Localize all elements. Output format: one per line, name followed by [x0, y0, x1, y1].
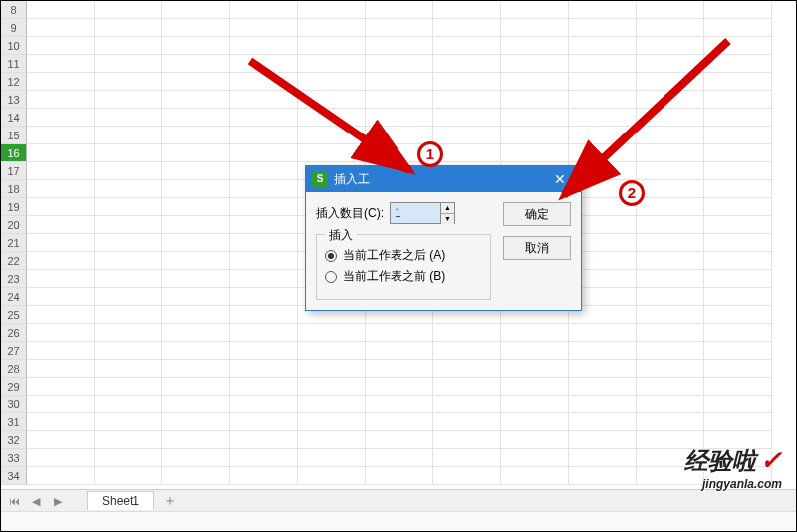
- cell[interactable]: [704, 270, 772, 288]
- row-header[interactable]: 11: [1, 55, 27, 73]
- row-header[interactable]: 19: [1, 198, 27, 216]
- cell[interactable]: [433, 73, 501, 91]
- cell[interactable]: [27, 431, 95, 449]
- cell[interactable]: [95, 396, 162, 413]
- row-header[interactable]: 28: [1, 360, 27, 378]
- cell[interactable]: [27, 342, 95, 360]
- row-header[interactable]: 12: [1, 73, 27, 91]
- cell[interactable]: [366, 91, 433, 109]
- cell[interactable]: [162, 19, 230, 37]
- cell[interactable]: [298, 1, 366, 19]
- cell[interactable]: [704, 324, 772, 342]
- cell[interactable]: [95, 127, 162, 144]
- cell[interactable]: [230, 1, 298, 19]
- sheet-nav-next[interactable]: ▶: [49, 492, 67, 510]
- row-header[interactable]: 15: [1, 127, 27, 144]
- cell[interactable]: [366, 467, 433, 485]
- cell[interactable]: [433, 324, 501, 342]
- cell[interactable]: [27, 109, 95, 127]
- cell[interactable]: [637, 396, 704, 413]
- cell[interactable]: [298, 73, 366, 91]
- cell[interactable]: [433, 360, 501, 378]
- row-header[interactable]: 18: [1, 180, 27, 198]
- cell[interactable]: [366, 127, 433, 144]
- cell[interactable]: [433, 19, 501, 37]
- cell[interactable]: [501, 144, 569, 162]
- cell[interactable]: [230, 91, 298, 109]
- cell[interactable]: [230, 431, 298, 449]
- cell[interactable]: [637, 378, 704, 396]
- cell[interactable]: [95, 180, 162, 198]
- cell[interactable]: [27, 162, 95, 180]
- cell[interactable]: [569, 324, 637, 342]
- cell[interactable]: [501, 360, 569, 378]
- cell[interactable]: [433, 109, 501, 127]
- cell[interactable]: [162, 360, 230, 378]
- cell[interactable]: [230, 288, 298, 306]
- cell[interactable]: [637, 180, 704, 198]
- cell[interactable]: [704, 19, 772, 37]
- cell[interactable]: [501, 449, 569, 467]
- cell[interactable]: [230, 198, 298, 216]
- cell[interactable]: [162, 180, 230, 198]
- cell[interactable]: [162, 127, 230, 144]
- cell[interactable]: [298, 378, 366, 396]
- ok-button[interactable]: 确定: [503, 202, 571, 226]
- cell[interactable]: [704, 162, 772, 180]
- cell[interactable]: [27, 252, 95, 270]
- cell[interactable]: [569, 467, 637, 485]
- cell[interactable]: [366, 55, 433, 73]
- cell[interactable]: [569, 144, 637, 162]
- cell[interactable]: [501, 19, 569, 37]
- cell[interactable]: [162, 288, 230, 306]
- cell[interactable]: [433, 449, 501, 467]
- cancel-button[interactable]: 取消: [503, 236, 571, 260]
- cell[interactable]: [95, 162, 162, 180]
- cell[interactable]: [501, 431, 569, 449]
- cell[interactable]: [366, 431, 433, 449]
- cell[interactable]: [230, 449, 298, 467]
- cell[interactable]: [704, 180, 772, 198]
- cell[interactable]: [501, 91, 569, 109]
- cell[interactable]: [162, 55, 230, 73]
- cell[interactable]: [501, 55, 569, 73]
- cell[interactable]: [298, 91, 366, 109]
- cell[interactable]: [704, 252, 772, 270]
- radio-before[interactable]: 当前工作表之前 (B): [325, 268, 482, 285]
- cell[interactable]: [27, 360, 95, 378]
- cell[interactable]: [95, 91, 162, 109]
- cell[interactable]: [230, 162, 298, 180]
- cell[interactable]: [366, 378, 433, 396]
- row-header[interactable]: 23: [1, 270, 27, 288]
- cell[interactable]: [704, 1, 772, 19]
- cell[interactable]: [27, 324, 95, 342]
- cell[interactable]: [366, 449, 433, 467]
- cell[interactable]: [95, 1, 162, 19]
- cell[interactable]: [433, 342, 501, 360]
- cell[interactable]: [704, 91, 772, 109]
- cell[interactable]: [230, 234, 298, 252]
- cell[interactable]: [637, 360, 704, 378]
- radio-icon[interactable]: [325, 271, 337, 283]
- cell[interactable]: [704, 198, 772, 216]
- cell[interactable]: [637, 342, 704, 360]
- row-header[interactable]: 32: [1, 431, 27, 449]
- cell[interactable]: [569, 109, 637, 127]
- cell[interactable]: [162, 198, 230, 216]
- cell[interactable]: [230, 180, 298, 198]
- cell[interactable]: [704, 288, 772, 306]
- cell[interactable]: [95, 198, 162, 216]
- cell[interactable]: [501, 73, 569, 91]
- cell[interactable]: [298, 342, 366, 360]
- cell[interactable]: [637, 306, 704, 324]
- cell[interactable]: [501, 396, 569, 413]
- cell[interactable]: [162, 413, 230, 431]
- cell[interactable]: [27, 306, 95, 324]
- cell[interactable]: [230, 109, 298, 127]
- cell[interactable]: [637, 1, 704, 19]
- cell[interactable]: [366, 396, 433, 413]
- cell[interactable]: [501, 1, 569, 19]
- cell[interactable]: [298, 324, 366, 342]
- cell[interactable]: [501, 467, 569, 485]
- cell[interactable]: [27, 216, 95, 234]
